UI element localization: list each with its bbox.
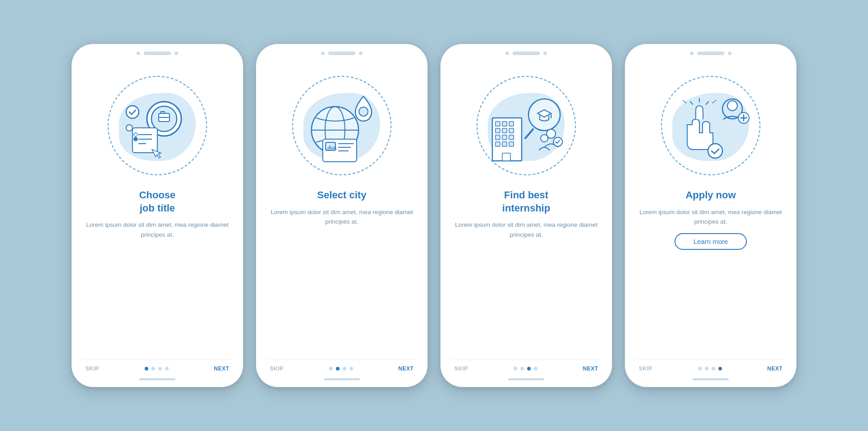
nav-dot-3-2 xyxy=(520,367,524,370)
svg-point-17 xyxy=(359,107,368,116)
phone-2-content: Select city Lorem ipsum dolor sit dim am… xyxy=(256,62,427,360)
nav-dot-2-2 xyxy=(336,367,340,370)
svg-point-10 xyxy=(134,137,137,141)
svg-rect-24 xyxy=(495,122,500,126)
phone-3-illustration xyxy=(467,67,585,184)
nav-dots-3 xyxy=(514,367,538,370)
skip-button-2[interactable]: SKIP xyxy=(270,365,283,372)
phone-2-nav[interactable]: SKIP NEXT xyxy=(265,360,418,375)
next-button-1[interactable]: NEXT xyxy=(214,365,229,372)
svg-rect-33 xyxy=(495,142,500,146)
phone-3-desc: Lorem ipsum dolor sit dim amet, mea regi… xyxy=(452,220,601,239)
sensor-dot xyxy=(505,52,509,55)
learn-more-button[interactable]: Learn more xyxy=(675,233,747,250)
svg-rect-29 xyxy=(509,128,514,133)
sensor-bar xyxy=(513,52,540,55)
nav-dot-4-4 xyxy=(718,367,722,370)
nav-dot-1-2 xyxy=(151,367,155,370)
sensor-dot-2 xyxy=(543,52,547,55)
phone-4-bottom: SKIP NEXT xyxy=(625,360,796,387)
svg-rect-28 xyxy=(502,128,507,133)
home-bar-4 xyxy=(693,378,729,380)
svg-point-45 xyxy=(727,101,737,111)
phone-2-sensors xyxy=(321,52,363,55)
phones-container: Choose job title Lorem ipsum dolor sit d… xyxy=(53,26,815,405)
nav-dot-1-1 xyxy=(145,367,148,370)
sensor-dot-2 xyxy=(359,52,363,55)
svg-point-11 xyxy=(126,106,139,118)
nav-dot-1-3 xyxy=(158,367,162,370)
next-button-3[interactable]: NEXT xyxy=(583,365,598,372)
svg-rect-32 xyxy=(509,135,514,140)
phone-2-top-bar xyxy=(256,44,427,62)
svg-rect-30 xyxy=(495,135,500,140)
internship-icon xyxy=(481,84,571,168)
sensor-bar xyxy=(144,52,171,55)
phone-3-title: Find best internship xyxy=(502,189,550,215)
phone-1-bottom: SKIP NEXT xyxy=(72,360,243,387)
phone-3-bottom: SKIP NEXT xyxy=(441,360,612,387)
apply-now-icon xyxy=(665,84,756,168)
home-bar-3 xyxy=(508,378,544,380)
phone-4: Apply now Lorem ipsum dolor sit dim amet… xyxy=(625,44,797,387)
skip-button-3[interactable]: SKIP xyxy=(454,365,468,372)
nav-dot-2-4 xyxy=(349,367,353,370)
skip-button-1[interactable]: SKIP xyxy=(85,365,99,372)
svg-rect-25 xyxy=(502,122,507,126)
svg-rect-27 xyxy=(495,128,500,133)
sensor-dot xyxy=(137,52,140,55)
nav-dot-4-3 xyxy=(712,367,715,370)
phone-1-illustration xyxy=(99,67,216,184)
skip-button-4[interactable]: SKIP xyxy=(639,365,652,372)
svg-point-52 xyxy=(708,144,722,158)
phone-3-nav[interactable]: SKIP NEXT xyxy=(450,360,603,375)
svg-rect-26 xyxy=(509,122,514,126)
city-select-icon xyxy=(297,83,387,169)
svg-point-12 xyxy=(126,125,132,131)
phone-2-bottom: SKIP NEXT xyxy=(256,360,427,387)
phone-3: Find best internship Lorem ipsum dolor s… xyxy=(440,44,612,387)
phone-top-bar xyxy=(72,44,243,62)
phone-2-illustration xyxy=(283,67,401,184)
next-button-4[interactable]: NEXT xyxy=(767,365,783,372)
nav-dot-3-3 xyxy=(527,367,531,370)
job-search-icon xyxy=(117,87,198,164)
phone-1-content: Choose job title Lorem ipsum dolor sit d… xyxy=(72,62,243,360)
phone-4-nav[interactable]: SKIP NEXT xyxy=(634,360,787,375)
sensor-dot-2 xyxy=(728,52,731,55)
nav-dots-4 xyxy=(698,367,722,370)
phone-sensors xyxy=(137,52,178,55)
phone-4-content: Apply now Lorem ipsum dolor sit dim amet… xyxy=(625,62,796,360)
phone-1-nav[interactable]: SKIP NEXT xyxy=(81,360,234,375)
svg-rect-36 xyxy=(502,153,510,161)
nav-dot-2-3 xyxy=(343,367,346,370)
svg-line-50 xyxy=(690,102,693,104)
phone-4-title: Apply now xyxy=(685,189,736,202)
svg-line-51 xyxy=(706,102,708,104)
nav-dot-2-1 xyxy=(329,367,333,370)
nav-dot-4-1 xyxy=(698,367,702,370)
next-button-2[interactable]: NEXT xyxy=(398,365,414,372)
phone-4-top-bar xyxy=(625,44,796,62)
phone-1: Choose job title Lorem ipsum dolor sit d… xyxy=(71,44,243,387)
nav-dot-1-4 xyxy=(165,367,169,370)
home-bar-2 xyxy=(324,378,360,380)
phone-3-sensors xyxy=(505,52,547,55)
sensor-bar xyxy=(697,52,724,55)
phone-4-sensors xyxy=(690,52,731,55)
nav-dot-4-2 xyxy=(705,367,708,370)
phone-2-title: Select city xyxy=(317,189,367,202)
svg-line-39 xyxy=(525,129,533,138)
svg-rect-34 xyxy=(502,142,507,146)
sensor-dot-2 xyxy=(175,52,178,55)
nav-dots-2 xyxy=(329,367,353,370)
svg-line-53 xyxy=(683,100,686,103)
phone-3-content: Find best internship Lorem ipsum dolor s… xyxy=(441,62,612,360)
sensor-dot xyxy=(321,52,325,55)
svg-rect-31 xyxy=(502,135,507,140)
nav-dot-3-1 xyxy=(514,367,517,370)
svg-line-54 xyxy=(712,100,716,103)
phone-1-desc: Lorem ipsum dolor sit dim amet, mea regi… xyxy=(83,220,232,239)
svg-point-42 xyxy=(541,135,548,142)
sensor-bar xyxy=(328,52,355,55)
